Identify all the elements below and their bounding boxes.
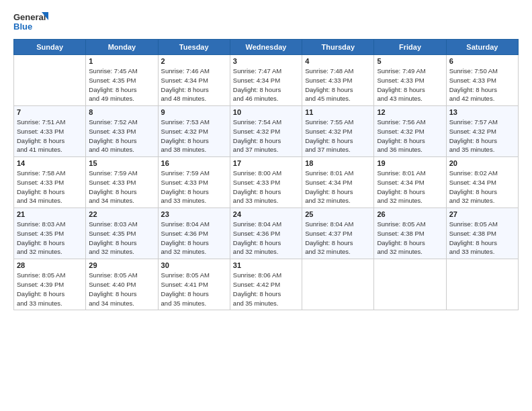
calendar-day-header: Thursday (302, 40, 374, 55)
day-info: Sunrise: 8:05 AMSunset: 4:40 PMDaylight:… (89, 271, 154, 308)
day-info: Sunrise: 8:04 AMSunset: 4:37 PMDaylight:… (305, 220, 371, 257)
calendar-day-header: Friday (374, 40, 446, 55)
calendar-cell: 12Sunrise: 7:56 AMSunset: 4:32 PMDayligh… (374, 106, 446, 157)
calendar-cell: 28Sunrise: 8:05 AMSunset: 4:39 PMDayligh… (14, 259, 86, 310)
calendar-cell: 16Sunrise: 7:59 AMSunset: 4:33 PMDayligh… (158, 157, 230, 208)
calendar-week-row: 1Sunrise: 7:45 AMSunset: 4:35 PMDaylight… (14, 55, 519, 106)
day-info: Sunrise: 8:04 AMSunset: 4:36 PMDaylight:… (233, 220, 299, 257)
calendar-cell: 7Sunrise: 7:51 AMSunset: 4:33 PMDaylight… (14, 106, 86, 157)
day-number: 20 (449, 159, 515, 167)
day-info: Sunrise: 8:05 AMSunset: 4:38 PMDaylight:… (377, 220, 443, 257)
calendar-cell: 4Sunrise: 7:48 AMSunset: 4:33 PMDaylight… (302, 55, 374, 106)
calendar-cell: 17Sunrise: 8:00 AMSunset: 4:33 PMDayligh… (230, 157, 302, 208)
day-info: Sunrise: 7:58 AMSunset: 4:33 PMDaylight:… (17, 169, 83, 205)
day-number: 5 (377, 57, 443, 65)
day-info: Sunrise: 7:49 AMSunset: 4:33 PMDaylight:… (377, 66, 443, 103)
day-info: Sunrise: 8:06 AMSunset: 4:42 PMDaylight:… (233, 271, 299, 308)
calendar-day-header: Saturday (446, 40, 518, 55)
calendar-cell (446, 259, 518, 310)
day-number: 18 (305, 159, 371, 167)
logo: GeneralBlue (13, 11, 54, 32)
day-number: 22 (89, 210, 154, 218)
calendar-cell: 18Sunrise: 8:01 AMSunset: 4:34 PMDayligh… (302, 157, 374, 208)
day-info: Sunrise: 7:50 AMSunset: 4:33 PMDaylight:… (449, 66, 515, 103)
day-number: 29 (89, 261, 154, 269)
day-info: Sunrise: 7:54 AMSunset: 4:32 PMDaylight:… (233, 118, 299, 154)
calendar-week-row: 14Sunrise: 7:58 AMSunset: 4:33 PMDayligh… (14, 157, 519, 208)
day-number: 14 (17, 159, 83, 167)
day-info: Sunrise: 8:00 AMSunset: 4:33 PMDaylight:… (233, 169, 299, 205)
day-info: Sunrise: 8:05 AMSunset: 4:39 PMDaylight:… (17, 271, 83, 308)
day-number: 2 (161, 57, 227, 65)
day-number: 3 (233, 57, 299, 65)
header: GeneralBlue (13, 11, 519, 32)
svg-text:General: General (13, 12, 46, 22)
calendar-cell: 20Sunrise: 8:02 AMSunset: 4:34 PMDayligh… (446, 157, 518, 208)
calendar-cell (302, 259, 374, 310)
calendar-cell: 6Sunrise: 7:50 AMSunset: 4:33 PMDaylight… (446, 55, 518, 106)
day-number: 19 (377, 159, 443, 167)
day-number: 16 (161, 159, 227, 167)
day-number: 30 (161, 261, 227, 269)
calendar-cell: 15Sunrise: 7:59 AMSunset: 4:33 PMDayligh… (86, 157, 158, 208)
calendar-cell: 10Sunrise: 7:54 AMSunset: 4:32 PMDayligh… (230, 106, 302, 157)
day-info: Sunrise: 7:55 AMSunset: 4:32 PMDaylight:… (305, 118, 371, 154)
calendar-cell (374, 259, 446, 310)
day-info: Sunrise: 7:47 AMSunset: 4:34 PMDaylight:… (233, 66, 299, 103)
day-number: 26 (377, 210, 443, 218)
calendar-cell: 31Sunrise: 8:06 AMSunset: 4:42 PMDayligh… (230, 259, 302, 310)
calendar-week-row: 28Sunrise: 8:05 AMSunset: 4:39 PMDayligh… (14, 259, 519, 310)
day-info: Sunrise: 7:52 AMSunset: 4:33 PMDaylight:… (89, 118, 154, 154)
calendar-week-row: 21Sunrise: 8:03 AMSunset: 4:35 PMDayligh… (14, 208, 519, 259)
calendar-cell: 3Sunrise: 7:47 AMSunset: 4:34 PMDaylight… (230, 55, 302, 106)
calendar-cell: 19Sunrise: 8:01 AMSunset: 4:34 PMDayligh… (374, 157, 446, 208)
calendar-cell: 27Sunrise: 8:05 AMSunset: 4:38 PMDayligh… (446, 208, 518, 259)
calendar-week-row: 7Sunrise: 7:51 AMSunset: 4:33 PMDaylight… (14, 106, 519, 157)
day-info: Sunrise: 7:59 AMSunset: 4:33 PMDaylight:… (89, 169, 154, 205)
calendar-cell: 25Sunrise: 8:04 AMSunset: 4:37 PMDayligh… (302, 208, 374, 259)
day-number: 13 (449, 108, 515, 116)
day-number: 17 (233, 159, 299, 167)
day-info: Sunrise: 7:48 AMSunset: 4:33 PMDaylight:… (305, 66, 371, 103)
day-info: Sunrise: 7:46 AMSunset: 4:34 PMDaylight:… (161, 66, 227, 103)
day-info: Sunrise: 7:53 AMSunset: 4:32 PMDaylight:… (161, 118, 227, 154)
calendar-header-row: SundayMondayTuesdayWednesdayThursdayFrid… (14, 40, 519, 55)
day-number: 6 (449, 57, 515, 65)
calendar-cell: 21Sunrise: 8:03 AMSunset: 4:35 PMDayligh… (14, 208, 86, 259)
day-number: 4 (305, 57, 371, 65)
day-info: Sunrise: 7:51 AMSunset: 4:33 PMDaylight:… (17, 118, 83, 154)
calendar-cell: 9Sunrise: 7:53 AMSunset: 4:32 PMDaylight… (158, 106, 230, 157)
calendar-cell: 13Sunrise: 7:57 AMSunset: 4:32 PMDayligh… (446, 106, 518, 157)
day-info: Sunrise: 8:05 AMSunset: 4:41 PMDaylight:… (161, 271, 227, 308)
calendar-cell: 8Sunrise: 7:52 AMSunset: 4:33 PMDaylight… (86, 106, 158, 157)
calendar-cell: 5Sunrise: 7:49 AMSunset: 4:33 PMDaylight… (374, 55, 446, 106)
calendar-cell: 2Sunrise: 7:46 AMSunset: 4:34 PMDaylight… (158, 55, 230, 106)
calendar-table: SundayMondayTuesdayWednesdayThursdayFrid… (13, 39, 519, 310)
day-number: 27 (449, 210, 515, 218)
day-number: 23 (161, 210, 227, 218)
calendar-cell (14, 55, 86, 106)
day-number: 7 (17, 108, 83, 116)
calendar-day-header: Monday (86, 40, 158, 55)
day-number: 31 (233, 261, 299, 269)
day-number: 10 (233, 108, 299, 116)
page: GeneralBlue SundayMondayTuesdayWednesday… (0, 0, 532, 411)
day-number: 25 (305, 210, 371, 218)
day-number: 12 (377, 108, 443, 116)
day-number: 24 (233, 210, 299, 218)
calendar-cell: 11Sunrise: 7:55 AMSunset: 4:32 PMDayligh… (302, 106, 374, 157)
day-info: Sunrise: 8:01 AMSunset: 4:34 PMDaylight:… (377, 169, 443, 205)
calendar-cell: 1Sunrise: 7:45 AMSunset: 4:35 PMDaylight… (86, 55, 158, 106)
svg-text:Blue: Blue (13, 21, 32, 32)
day-number: 21 (17, 210, 83, 218)
calendar-cell: 26Sunrise: 8:05 AMSunset: 4:38 PMDayligh… (374, 208, 446, 259)
day-info: Sunrise: 8:01 AMSunset: 4:34 PMDaylight:… (305, 169, 371, 205)
day-number: 1 (89, 57, 154, 65)
day-info: Sunrise: 7:56 AMSunset: 4:32 PMDaylight:… (377, 118, 443, 154)
calendar-cell: 24Sunrise: 8:04 AMSunset: 4:36 PMDayligh… (230, 208, 302, 259)
day-info: Sunrise: 8:04 AMSunset: 4:36 PMDaylight:… (161, 220, 227, 257)
calendar-day-header: Wednesday (230, 40, 302, 55)
calendar-day-header: Sunday (14, 40, 86, 55)
calendar-cell: 22Sunrise: 8:03 AMSunset: 4:35 PMDayligh… (86, 208, 158, 259)
day-info: Sunrise: 7:57 AMSunset: 4:32 PMDaylight:… (449, 118, 515, 154)
